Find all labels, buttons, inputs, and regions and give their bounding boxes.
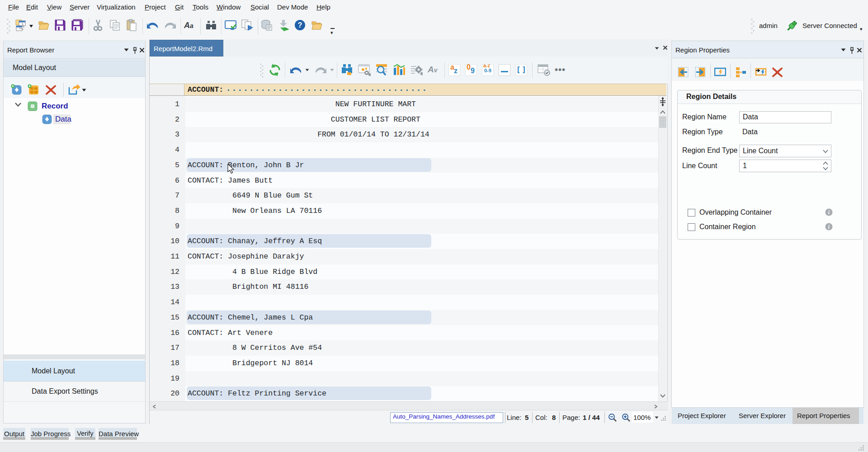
svg-text:?: ? [298, 21, 302, 29]
